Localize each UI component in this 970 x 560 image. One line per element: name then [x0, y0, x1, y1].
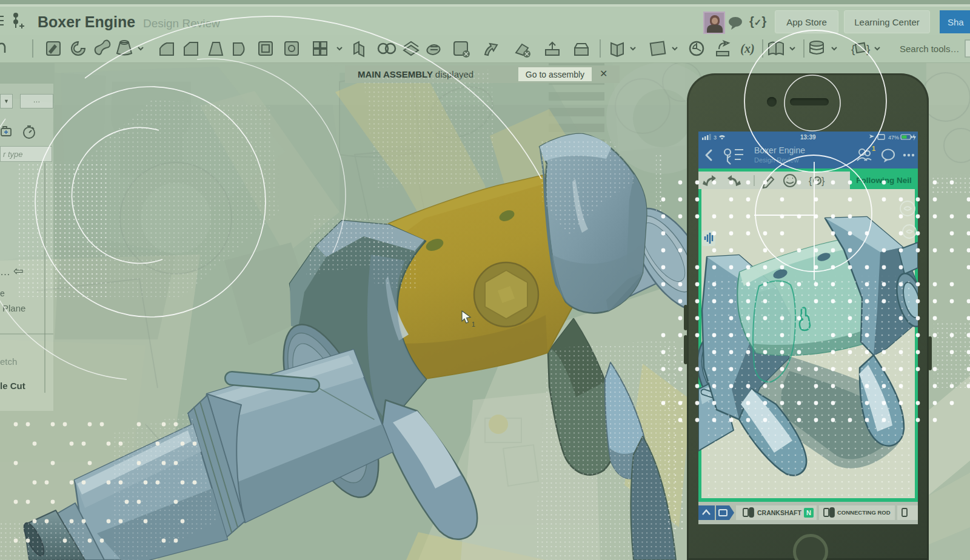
svg-text:{: {: [809, 176, 812, 186]
svg-text:47%: 47%: [888, 135, 899, 141]
svg-text:3: 3: [714, 135, 717, 141]
svg-text:1: 1: [872, 145, 875, 152]
svg-text:}: }: [821, 176, 825, 186]
svg-text:Boxer Engine: Boxer Engine: [754, 145, 805, 155]
svg-text:Search tools…: Search tools…: [900, 44, 959, 54]
svg-text:(x): (x): [740, 42, 754, 56]
svg-text:13:39: 13:39: [800, 134, 816, 141]
svg-text:CONNECTING ROD: CONNECTING ROD: [837, 509, 891, 516]
svg-text:Design Review: Design Review: [754, 156, 798, 164]
svg-text:CRANKSHAFT: CRANKSHAFT: [757, 509, 801, 516]
svg-text:}: }: [866, 42, 870, 55]
svg-text:N: N: [806, 509, 811, 516]
